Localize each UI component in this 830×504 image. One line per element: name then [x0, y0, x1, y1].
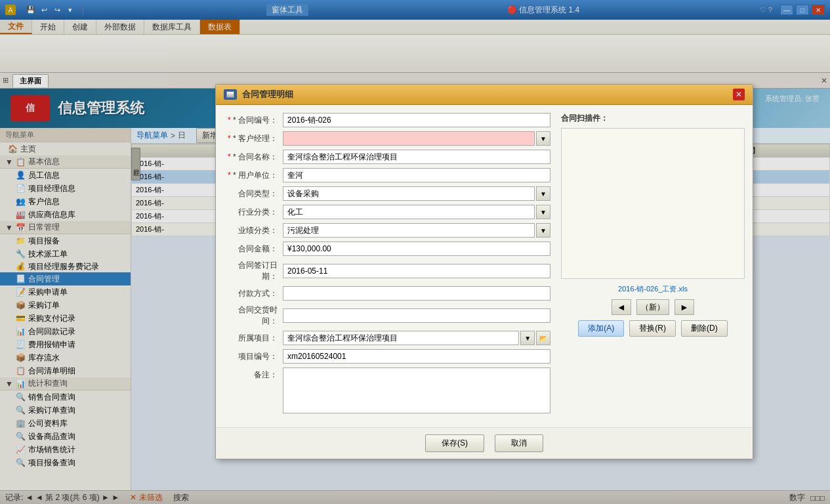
scan-add-btn[interactable]: 添加(A)	[578, 320, 624, 337]
sign-date-label: 合同签订日期：	[224, 260, 283, 282]
form-row-payment: 付款方式：	[224, 286, 550, 301]
contract-type-input[interactable]	[283, 186, 535, 201]
dialog-overlay: 合同管理明细 ✕ * 合同编号： * 客户经理：	[0, 0, 830, 504]
form-row-project: 所属项目： ▼ 📂	[224, 331, 550, 345]
form-row-project-no: 项目编号：	[224, 349, 550, 364]
amount-label: 合同金额：	[224, 243, 283, 255]
scan-actions: 添加(A) 替换(R) 删除(D)	[561, 320, 745, 337]
form-row-contract-name: * 合同名称：	[224, 150, 550, 164]
payment-label: 付款方式：	[224, 288, 283, 299]
project-no-label: 项目编号：	[224, 351, 283, 362]
project-browse-btn[interactable]: 📂	[536, 331, 550, 345]
amount-field	[283, 242, 550, 256]
industry-dropdown[interactable]: ▼	[536, 205, 550, 219]
contract-name-field	[283, 150, 550, 164]
project-input[interactable]	[283, 331, 519, 345]
dialog-title-text: 合同管理明细	[242, 89, 293, 100]
contract-type-label: 合同类型：	[224, 188, 283, 200]
project-label: 所属项目：	[224, 333, 283, 344]
scan-replace-btn[interactable]: 替换(R)	[629, 320, 676, 337]
notes-textarea[interactable]	[283, 368, 550, 413]
dialog-body: * 合同编号： * 客户经理： ▼	[216, 105, 753, 427]
user-unit-input[interactable]	[283, 168, 550, 182]
form-row-delivery: 合同交货时间：	[224, 304, 550, 327]
project-no-field	[283, 349, 550, 364]
scan-prev-btn[interactable]: ◄	[612, 299, 631, 315]
sign-date-field	[283, 264, 550, 278]
delivery-field	[283, 308, 550, 323]
customer-mgr-field: ▼	[283, 131, 550, 146]
scan-filename[interactable]: 2016-销-026_工资.xls	[561, 284, 745, 294]
delivery-input[interactable]	[283, 308, 550, 323]
scan-new-btn[interactable]: （新）	[636, 299, 669, 315]
dialog-footer: 保存(S) 取消	[216, 427, 753, 459]
save-btn[interactable]: 保存(S)	[425, 434, 484, 452]
contract-type-field: ▼	[283, 186, 550, 201]
contract-no-field	[283, 113, 550, 127]
amount-input[interactable]	[283, 242, 550, 256]
dialog-close-btn[interactable]: ✕	[733, 89, 745, 100]
sign-date-input[interactable]	[283, 264, 550, 278]
dialog-icon	[224, 89, 237, 100]
notes-field	[283, 368, 550, 415]
notes-label: 备注：	[224, 369, 283, 381]
scan-delete-btn[interactable]: 删除(D)	[681, 320, 728, 337]
delivery-label: 合同交货时间：	[224, 304, 283, 327]
scan-panel: 合同扫描件： 2016-销-026_工资.xls ◄ （新） ► 添加(A) 替…	[561, 113, 745, 419]
scan-label: 合同扫描件：	[561, 113, 745, 124]
contract-no-label: * 合同编号：	[224, 115, 283, 126]
form-row-notes: 备注：	[224, 368, 550, 415]
contract-name-label: * 合同名称：	[224, 152, 283, 163]
form-row-contract-no: * 合同编号：	[224, 113, 550, 127]
payment-input[interactable]	[283, 286, 550, 301]
form-row-sign-date: 合同签订日期：	[224, 260, 550, 282]
performance-field: ▼	[283, 223, 550, 238]
performance-dropdown[interactable]: ▼	[536, 223, 550, 238]
performance-label: 业绩分类：	[224, 225, 283, 236]
scan-next-btn[interactable]: ►	[674, 299, 694, 315]
project-no-input[interactable]	[283, 349, 550, 364]
form-row-amount: 合同金额：	[224, 242, 550, 256]
form-row-industry: 行业分类： ▼	[224, 205, 550, 219]
form-row-user-unit: * 用户单位：	[224, 168, 550, 182]
project-dropdown[interactable]: ▼	[520, 331, 535, 345]
customer-mgr-label: * 客户经理：	[224, 133, 283, 144]
dialog-title-bar: 合同管理明细 ✕	[216, 85, 753, 105]
user-unit-label: * 用户单位：	[224, 170, 283, 181]
dialog-form: * 合同编号： * 客户经理： ▼	[224, 113, 550, 419]
form-row-customer-mgr: * 客户经理： ▼	[224, 131, 550, 146]
contract-no-input[interactable]	[283, 113, 550, 127]
industry-input[interactable]	[283, 205, 535, 219]
industry-field: ▼	[283, 205, 550, 219]
contract-type-dropdown[interactable]: ▼	[536, 186, 550, 201]
payment-field	[283, 286, 550, 301]
contract-detail-dialog: 合同管理明细 ✕ * 合同编号： * 客户经理：	[215, 84, 753, 459]
performance-input[interactable]	[283, 223, 535, 238]
user-unit-field	[283, 168, 550, 182]
form-row-contract-type: 合同类型： ▼	[224, 186, 550, 201]
form-row-performance: 业绩分类： ▼	[224, 223, 550, 238]
industry-label: 行业分类：	[224, 207, 283, 218]
scan-navigation: ◄ （新） ►	[561, 299, 745, 315]
customer-mgr-dropdown[interactable]: ▼	[536, 131, 550, 146]
scan-preview-area	[561, 128, 745, 279]
contract-name-input[interactable]	[283, 150, 550, 164]
project-field: ▼ 📂	[283, 331, 550, 345]
customer-mgr-input[interactable]	[283, 131, 535, 146]
cancel-btn[interactable]: 取消	[495, 434, 543, 452]
